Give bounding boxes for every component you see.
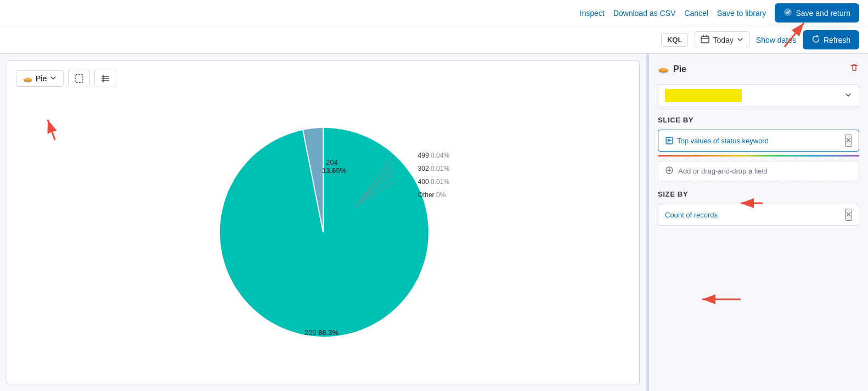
chevron-down-icon <box>737 36 743 44</box>
svg-rect-1 <box>701 36 709 43</box>
legend-item: 499 0.04% <box>418 149 449 162</box>
save-to-library-button[interactable]: Save to library <box>717 9 766 18</box>
pie-chart: 204 13.65% 499 0.04% 302 0.01% 400 0.01% <box>202 111 444 353</box>
legend-item: 302 0.01% <box>418 162 449 175</box>
rainbow-bar <box>658 155 859 157</box>
pie-icon-right: 🥧 <box>658 64 669 74</box>
refresh-button[interactable]: Refresh <box>803 30 859 49</box>
slice-by-item[interactable]: Top values of status.keyword × <box>658 130 859 152</box>
svg-point-0 <box>784 8 792 16</box>
save-and-return-button[interactable]: Save and return <box>775 3 859 23</box>
date-picker[interactable]: Today <box>695 31 749 48</box>
remove-slice-by-button[interactable]: × <box>845 135 852 147</box>
delete-visualization-button[interactable] <box>849 63 859 75</box>
refresh-icon <box>811 35 820 45</box>
add-field-row[interactable]: Add or drag-and-drop a field <box>658 161 859 181</box>
left-panel: 🥧 Pie <box>7 60 640 384</box>
right-panel-header: 🥧 Pie <box>658 63 859 75</box>
right-panel: 🥧 Pie Slice by Top values of status.keyw… <box>649 54 868 391</box>
slice-by-text: Top values of status.keyword <box>665 136 769 145</box>
plus-icon <box>665 166 674 176</box>
right-panel-title: 🥧 Pie <box>658 64 686 74</box>
cancel-button[interactable]: Cancel <box>684 9 708 18</box>
legend-item: 400 0.01% <box>418 175 449 188</box>
main-content: 🥧 Pie <box>0 54 868 391</box>
checkmark-icon <box>784 8 792 18</box>
svg-rect-2 <box>75 75 83 82</box>
second-bar: KQL Today Show dates Refresh <box>0 26 868 54</box>
calendar-icon <box>701 35 709 45</box>
small-segment-value: 204 <box>326 158 338 166</box>
small-segment-pct: 13.65% <box>322 166 346 175</box>
chart-toolbar: 🥧 Pie <box>16 70 630 87</box>
count-of-records-text: Count of records <box>665 211 718 219</box>
chart-type-button[interactable]: 🥧 Pie <box>16 70 64 87</box>
remove-count-button[interactable]: × <box>845 209 852 221</box>
pie-svg <box>202 111 444 353</box>
color-picker-row[interactable] <box>658 84 859 107</box>
pie-legend: 499 0.04% 302 0.01% 400 0.01% Other 0% <box>418 149 449 202</box>
list-view-button[interactable] <box>94 70 116 87</box>
show-dates-button[interactable]: Show dates <box>756 36 796 44</box>
kql-button[interactable]: KQL <box>661 33 688 47</box>
download-csv-button[interactable]: Download as CSV <box>613 9 676 18</box>
chevron-down-icon-color <box>844 91 852 100</box>
pie-icon: 🥧 <box>23 74 32 83</box>
color-swatch <box>665 89 742 102</box>
top-bar: Inspect Download as CSV Cancel Save to l… <box>0 0 868 26</box>
inspect-button[interactable]: Inspect <box>580 9 605 18</box>
select-tool-button[interactable] <box>68 70 90 87</box>
count-of-records-item[interactable]: Count of records × <box>658 204 859 226</box>
size-by-label: Size by <box>658 190 859 198</box>
chevron-down-icon <box>50 74 57 83</box>
size-by-section: Size by Count of records × <box>658 190 859 226</box>
chart-area: 204 13.65% 499 0.04% 302 0.01% 400 0.01% <box>16 96 630 368</box>
slice-by-label: Slice by <box>658 116 859 124</box>
legend-item: Other 0% <box>418 188 449 202</box>
large-segment-label: 200 86.3% <box>305 328 339 337</box>
